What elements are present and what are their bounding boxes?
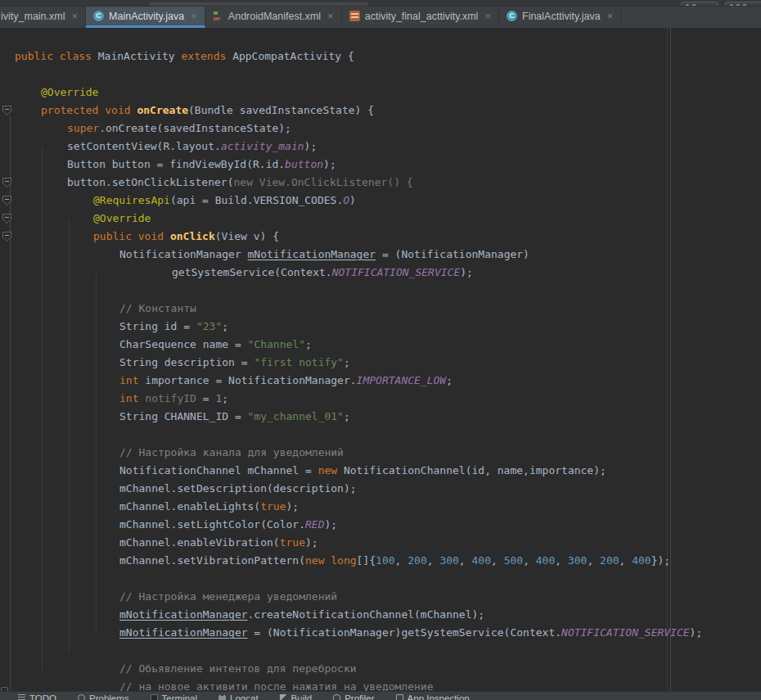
- code-token: super: [67, 122, 99, 134]
- tab-label: MainActivity.java: [109, 11, 184, 22]
- tab-activity_final_acttivity.xml[interactable]: activity_final_acttivity.xml×: [342, 7, 499, 28]
- code-token: (Bundle savedInstanceState) {: [188, 104, 374, 116]
- code-token: extends: [182, 50, 233, 62]
- code-token: "my_channel_01": [248, 410, 344, 422]
- code-token: CharSequence name =: [119, 338, 248, 350]
- tab-ivity_main.xml[interactable]: ivity_main.xml×: [0, 7, 86, 28]
- code-line: public class MainActivity extends AppCom…: [0, 47, 761, 65]
- code-token: NOTIFICATION_SERVICE: [561, 626, 690, 639]
- code-token: importance = NotificationManager.: [145, 374, 356, 386]
- code-line: [0, 642, 761, 660]
- code-token: int: [119, 392, 145, 404]
- code-token: Button button = findViewById(R.id.: [67, 158, 285, 170]
- code-line: mChannel.setLightColor(Color.RED);: [0, 516, 761, 534]
- code-token: ;: [344, 410, 350, 422]
- toolwindow-button-App Inspection[interactable]: App Inspection: [396, 693, 470, 700]
- tab-FinalActtivity.java[interactable]: CFinalActtivity.java×: [499, 7, 621, 28]
- tab-AndroidManifest.xml[interactable]: AndroidManifest.xml×: [205, 7, 342, 28]
- code-token: );: [324, 518, 337, 531]
- profiler-icon: [333, 694, 340, 700]
- code-token: String CHANNEL_ID =: [119, 410, 248, 422]
- code-token: public: [93, 230, 138, 242]
- problems-icon: [78, 694, 85, 700]
- code-token: = (NotificationManager): [376, 248, 529, 260]
- code-token: String id =: [119, 320, 196, 332]
- code-token: ,: [523, 554, 536, 567]
- code-token: "first notify": [254, 356, 344, 368]
- code-token: 200: [600, 554, 619, 567]
- toolwindow-button-Terminal[interactable]: Terminal: [151, 693, 197, 700]
- code-line: [0, 570, 761, 588]
- code-token: 500: [504, 554, 523, 567]
- code-token: protected: [41, 104, 105, 116]
- code-line: @Override: [0, 210, 761, 228]
- code-line: NotificationChannel mChannel = new Notif…: [0, 462, 761, 480]
- terminal-icon: [151, 694, 158, 700]
- tool-window-bar: TODOProblemsTerminalLogcatBuildProfilerA…: [0, 691, 761, 700]
- code-token: new: [318, 464, 344, 476]
- code-line: @Override: [0, 84, 761, 102]
- close-icon[interactable]: ×: [189, 11, 197, 21]
- code-token: });: [651, 554, 670, 567]
- toolwindow-button-Problems[interactable]: Problems: [78, 693, 129, 700]
- code-token: @Override: [93, 212, 151, 224]
- tab-label: FinalActtivity.java: [522, 11, 601, 22]
- code-line: Button button = findViewById(R.id.button…: [0, 156, 761, 174]
- code-token: class: [60, 50, 98, 62]
- code-token: public: [15, 50, 60, 62]
- toolwindow-button-label: Terminal: [162, 693, 197, 700]
- code-token: mChannel.setDescription(description);: [119, 482, 357, 495]
- toolwindow-button-TODO[interactable]: TODO: [18, 693, 56, 700]
- code-token: ;: [222, 320, 228, 332]
- code-editor[interactable]: public class MainActivity extends AppCom…: [0, 28, 761, 700]
- code-token: mNotificationManager: [248, 248, 376, 260]
- code-line: // Обьявление интентов для переброски: [0, 660, 761, 678]
- code-token: ,: [491, 554, 504, 567]
- toolwindow-button-Build[interactable]: Build: [280, 693, 313, 700]
- java-class-icon: C: [507, 11, 517, 21]
- code-token: AppCompatActivity {: [232, 50, 354, 62]
- code-token: new View.OnClickListener() {: [234, 176, 413, 188]
- close-icon[interactable]: ×: [606, 11, 614, 21]
- code-line: protected void onCreate(Bundle savedInst…: [0, 102, 761, 120]
- code-token: @RequiresApi: [93, 194, 170, 206]
- code-token: ,: [427, 554, 440, 567]
- code-token: setContentView(R.layout.: [67, 140, 221, 152]
- code-token: NOTIFICATION_SERVICE: [332, 266, 461, 278]
- code-token: "Channel": [248, 338, 305, 350]
- code-token: ;: [446, 374, 453, 386]
- toolwindow-button-label: Problems: [89, 693, 129, 700]
- java-class-icon: C: [93, 11, 104, 21]
- toolwindow-button-Profiler[interactable]: Profiler: [333, 693, 374, 700]
- code-token: .createNotificationChannel(mChannel);: [248, 608, 485, 621]
- code-line: mChannel.enableLights(true);: [0, 498, 761, 516]
- code-token: ,: [555, 554, 568, 567]
- toolwindow-button-label: Logcat: [230, 693, 259, 700]
- toolwindow-button-label: App Inspection: [408, 693, 470, 700]
- code-token: = (NotificationManager)getSystemService(…: [248, 626, 562, 639]
- code-token: (View v) {: [215, 230, 279, 242]
- close-icon[interactable]: ×: [483, 11, 491, 21]
- tab-label: AndroidManifest.xml: [228, 11, 321, 22]
- code-token: mChannel.setLightColor(Color.: [119, 518, 305, 531]
- code-line: getSystemService(Context.NOTIFICATION_SE…: [0, 264, 761, 282]
- code-line: [0, 426, 761, 444]
- close-icon[interactable]: ×: [70, 11, 79, 21]
- code-line: [0, 65, 761, 84]
- toolwindow-button-Logcat[interactable]: Logcat: [218, 693, 259, 700]
- code-token: void: [105, 104, 137, 116]
- code-line: String description = "first notify";: [0, 354, 761, 372]
- code-token: );: [305, 536, 318, 549]
- top-toolbar-strip: [0, 0, 761, 7]
- toolwindow-button-label: Profiler: [344, 693, 374, 700]
- code-token: 400: [632, 554, 651, 567]
- code-token: 100: [376, 554, 394, 567]
- code-token: "23": [196, 320, 222, 332]
- code-token: MainActivity: [98, 50, 182, 62]
- code-token: NotificationChannel mChannel =: [119, 464, 318, 476]
- close-icon[interactable]: ×: [326, 11, 334, 21]
- code-token: 300: [568, 554, 587, 567]
- toolwindow-button-label: TODO: [29, 693, 56, 700]
- tab-MainActivity.java[interactable]: CMainActivity.java×: [86, 7, 205, 28]
- code-token: ,: [619, 554, 633, 567]
